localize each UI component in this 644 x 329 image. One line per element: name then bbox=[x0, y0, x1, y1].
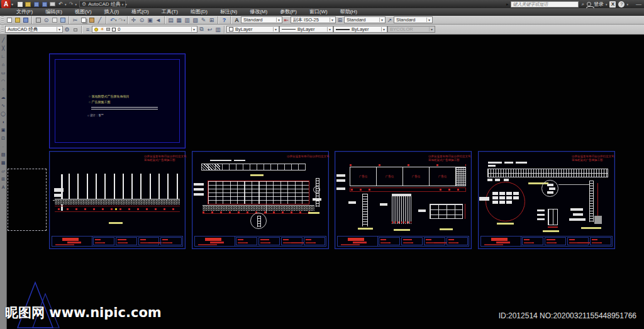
application-menu-button[interactable]: A bbox=[1, 0, 11, 8]
region-icon[interactable] bbox=[0, 167, 6, 175]
new-file-icon[interactable] bbox=[16, 1, 23, 8]
cut-icon[interactable]: ✂ bbox=[71, 16, 79, 24]
help-caret-icon[interactable]: ▾ bbox=[626, 3, 628, 6]
undo-caret-icon[interactable]: ▾ bbox=[65, 3, 67, 6]
layer-properties-manager-icon[interactable]: ≡ bbox=[84, 26, 92, 33]
markup-set-manager-icon[interactable]: ✎ bbox=[199, 16, 208, 24]
workspace-select[interactable]: AutoCAD 经典▾ bbox=[5, 26, 63, 33]
save-icon[interactable] bbox=[33, 1, 40, 8]
menu-draw[interactable]: 绘图(D) bbox=[184, 8, 214, 16]
menu-help[interactable]: 帮助(H) bbox=[334, 8, 364, 16]
text-style-select[interactable]: Standard▾ bbox=[241, 16, 282, 23]
tool-palettes-icon[interactable]: ▥ bbox=[183, 16, 191, 24]
gradient-icon[interactable] bbox=[0, 159, 6, 167]
circle-icon[interactable] bbox=[0, 85, 6, 93]
dim-style-icon[interactable]: ⇤ bbox=[282, 16, 291, 24]
layer-thaw-sun-icon[interactable]: ☀ bbox=[100, 27, 104, 32]
publish-icon[interactable] bbox=[50, 16, 58, 24]
help-icon[interactable]: ? bbox=[220, 16, 228, 24]
match-properties-icon[interactable]: ╱ bbox=[96, 16, 104, 24]
qat-workspace-select[interactable]: ⚙ AutoCAD 经典 ▾ bbox=[79, 1, 126, 8]
multiline-text-icon[interactable] bbox=[0, 183, 6, 191]
menu-format[interactable]: 格式(O) bbox=[125, 8, 155, 16]
menu-parametric[interactable]: 参数(P) bbox=[274, 8, 303, 16]
layer-select[interactable]: ☀ 0 ▾ bbox=[92, 26, 197, 33]
search-binoculars-icon[interactable]: ⌕ bbox=[581, 1, 584, 8]
toolbar-grip[interactable] bbox=[1, 16, 4, 23]
line-icon[interactable] bbox=[0, 36, 6, 44]
exchange-apps-icon[interactable]: X bbox=[609, 1, 616, 8]
redo-icon[interactable]: ↷ bbox=[68, 1, 75, 8]
qat-customize-caret-icon[interactable]: ▾ bbox=[125, 3, 127, 6]
zoom-previous-icon[interactable]: ◄ bbox=[154, 16, 162, 24]
polygon-icon[interactable] bbox=[0, 60, 6, 69]
menu-dimension[interactable]: 标注(N) bbox=[214, 8, 243, 16]
open-file-icon[interactable] bbox=[13, 16, 21, 24]
sheet-cover[interactable]: ○ 落地附壁式广告牌装饰项目 ○ 广告牌施工图 ○ 设计：李** bbox=[49, 53, 186, 148]
plot-icon[interactable] bbox=[34, 16, 42, 24]
new-file-icon[interactable] bbox=[5, 16, 13, 24]
menu-view[interactable]: 视图(V) bbox=[69, 8, 98, 16]
workspace-lock-icon[interactable] bbox=[71, 26, 79, 33]
plot-preview-icon[interactable]: ⊙ bbox=[42, 16, 50, 24]
sign-in-caret-icon[interactable]: ▾ bbox=[606, 3, 608, 6]
text-style-icon[interactable]: A bbox=[233, 16, 241, 24]
table-style-icon[interactable]: ⊞ bbox=[336, 16, 344, 24]
ellipse-icon[interactable] bbox=[0, 109, 6, 118]
table-style-select[interactable]: Standard▾ bbox=[344, 16, 386, 23]
point-icon[interactable] bbox=[0, 142, 6, 150]
redo-icon[interactable]: ↷ bbox=[117, 16, 125, 24]
undo-icon[interactable]: ↶ bbox=[108, 16, 116, 24]
linetype-select[interactable]: ByLayer▾ bbox=[279, 26, 333, 33]
sheet-set-manager-icon[interactable]: ▧ bbox=[191, 16, 199, 24]
dim-style-select[interactable]: 副本 ISO-25▾ bbox=[291, 16, 336, 23]
multileader-style-icon[interactable]: ↗ bbox=[386, 16, 394, 24]
sheet-panel-elevation[interactable]: 沙井街道青年路沿街沙井特交文化 落地柜架式广告牌施工图 广告位 广告位 广告位 … bbox=[335, 151, 472, 249]
quickcalc-icon[interactable]: ⊞ bbox=[208, 16, 216, 24]
menu-tools[interactable]: 工具(T) bbox=[155, 8, 184, 16]
undo-icon[interactable]: ↶ bbox=[57, 1, 64, 8]
infocenter-collapse-icon[interactable]: ▸ bbox=[506, 2, 509, 7]
make-block-icon[interactable] bbox=[0, 134, 6, 142]
polyline-icon[interactable] bbox=[0, 52, 6, 60]
layer-lock-icon[interactable] bbox=[106, 28, 110, 31]
copy-icon[interactable] bbox=[79, 16, 87, 24]
sheet-frame-elevation[interactable]: 沙井街道青年路沿街沙井特交文化 bbox=[192, 151, 329, 249]
hatch-icon[interactable] bbox=[0, 150, 6, 159]
menu-modify[interactable]: 修改(M) bbox=[243, 8, 274, 16]
etransmit-icon[interactable] bbox=[58, 16, 67, 24]
toolbar-grip[interactable] bbox=[1, 26, 4, 33]
color-select[interactable]: ByLayer▾ bbox=[226, 26, 279, 33]
pan-icon[interactable]: ✛ bbox=[130, 16, 138, 24]
table-icon[interactable] bbox=[0, 175, 6, 183]
insert-block-icon[interactable] bbox=[0, 126, 6, 134]
menu-window[interactable]: 窗口(W) bbox=[303, 8, 334, 16]
sign-in-person-icon[interactable] bbox=[587, 2, 591, 6]
menu-insert[interactable]: 插入(I) bbox=[98, 8, 126, 16]
zoom-window-icon[interactable]: ▣ bbox=[146, 16, 154, 24]
rectangle-icon[interactable] bbox=[0, 69, 6, 77]
open-file-icon[interactable] bbox=[25, 1, 31, 8]
model-space-canvas[interactable]: ○ 落地附壁式广告牌装饰项目 ○ 广告牌施工图 ○ 设计：李** 沙井街道青年路… bbox=[0, 35, 644, 329]
redo-caret-icon[interactable]: ▾ bbox=[75, 3, 77, 6]
arc-icon[interactable] bbox=[0, 77, 6, 85]
multileader-style-select[interactable]: Standard▾ bbox=[394, 16, 433, 23]
zoom-realtime-icon[interactable]: ⊙ bbox=[138, 16, 146, 24]
designcenter-icon[interactable]: ▦ bbox=[175, 16, 183, 24]
minimize-button[interactable]: — bbox=[636, 1, 641, 8]
revision-cloud-icon[interactable] bbox=[0, 93, 6, 101]
plot-icon[interactable] bbox=[49, 1, 56, 8]
sheet-elevation-posts[interactable]: 沙井街道青年路沿街沙井特交文化 落地柜架式广告牌施工图 bbox=[49, 151, 186, 249]
ellipse-arc-icon[interactable] bbox=[0, 118, 6, 126]
layer-previous-icon[interactable]: ↩ bbox=[206, 26, 214, 33]
search-input[interactable] bbox=[513, 2, 577, 6]
menu-edit[interactable]: 编辑(E) bbox=[39, 8, 69, 16]
layer-states-icon[interactable]: ▥ bbox=[214, 26, 222, 33]
application-menu-caret-icon[interactable]: ▾ bbox=[11, 2, 13, 6]
save-icon[interactable] bbox=[21, 16, 30, 24]
save-as-icon[interactable] bbox=[41, 1, 48, 8]
lineweight-select[interactable]: ByLayer▾ bbox=[333, 26, 387, 33]
sheet-truss-details[interactable]: 沙井街道青年路沿街沙井特交文化 落地柜架式广告牌施工图 bbox=[478, 151, 615, 249]
layer-on-bulb-icon[interactable] bbox=[94, 28, 98, 31]
menu-file[interactable]: 文件(F) bbox=[10, 8, 39, 16]
